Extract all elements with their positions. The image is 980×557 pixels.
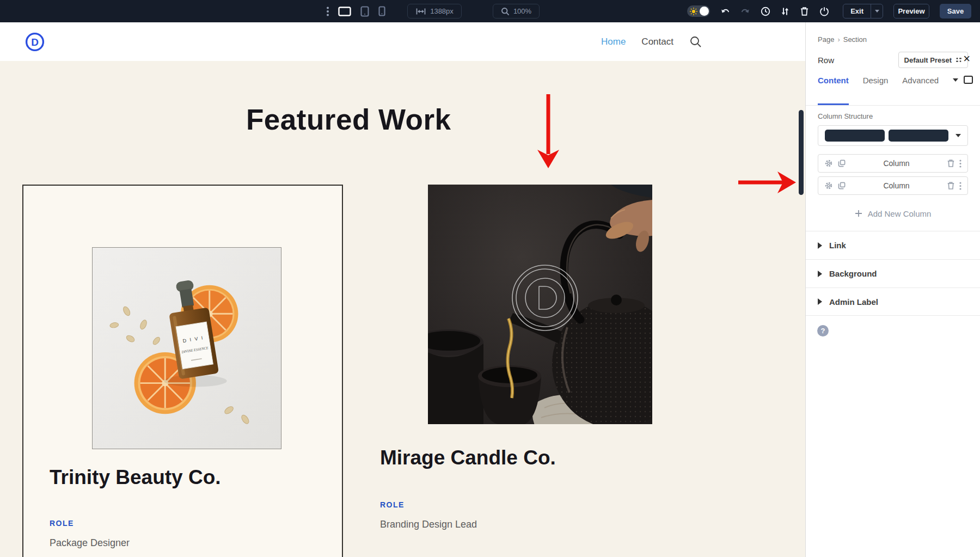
responsive-desktop-icon[interactable] (964, 76, 973, 84)
breadcrumb: Page › Section (818, 34, 968, 44)
column-delete-icon[interactable] (947, 159, 955, 168)
add-new-column-button[interactable]: Add New Column (818, 208, 968, 219)
desktop-view-icon[interactable] (338, 7, 351, 16)
site-search-icon[interactable] (689, 35, 702, 48)
breadcrumb-page[interactable]: Page (818, 35, 834, 44)
section-label: Link (829, 241, 846, 250)
breadcrumb-separator: › (837, 35, 840, 44)
column-pill-2 (889, 130, 948, 142)
panel-title: Row (818, 56, 834, 65)
width-drag-icon (415, 7, 426, 16)
column-row-1[interactable]: Column (818, 154, 968, 173)
role-label[interactable]: ROLE (50, 519, 74, 528)
tab-content[interactable]: Content (818, 76, 849, 85)
default-preset-button[interactable]: Default Preset (898, 52, 968, 68)
nav-link-contact[interactable]: Contact (641, 36, 673, 47)
add-new-column-label: Add New Column (868, 209, 932, 218)
column-settings-gear-icon[interactable] (824, 181, 833, 190)
section-admin-label[interactable]: Admin Label (806, 287, 980, 316)
section-link[interactable]: Link (806, 231, 980, 259)
zoom-magnifier-icon (501, 7, 510, 16)
project-title[interactable]: Mirage Candle Co. (380, 446, 556, 469)
canvas-width-value: 1388px (430, 7, 454, 15)
column-pill-1 (825, 130, 885, 142)
phone-view-icon[interactable] (378, 6, 385, 16)
column-duplicate-icon[interactable] (837, 159, 846, 168)
site-nav: Home Contact (601, 22, 702, 61)
preset-icon (955, 57, 962, 63)
column-more-dots-icon[interactable] (959, 182, 961, 190)
power-icon[interactable] (819, 7, 829, 16)
tab-advanced[interactable]: Advanced (902, 76, 939, 85)
toolbar-options-dots-icon[interactable] (327, 7, 329, 16)
svg-text:D: D (31, 36, 39, 48)
history-clock-icon[interactable] (761, 7, 770, 16)
builder-toolbar: 1388px 100% (0, 0, 980, 22)
section-label: Admin Label (829, 297, 878, 307)
column-row-label: Column (850, 159, 942, 168)
save-button[interactable]: Save (940, 4, 971, 19)
redo-icon[interactable] (740, 7, 750, 16)
role-value[interactable]: Branding Design Lead (380, 519, 477, 530)
section-background[interactable]: Background (806, 259, 980, 287)
settings-tabs: Content Design Advanced (806, 76, 980, 106)
role-label[interactable]: ROLE (380, 500, 405, 509)
sort-layers-icon[interactable] (781, 7, 789, 16)
undo-icon[interactable] (720, 7, 730, 16)
canvas-scrollbar[interactable] (799, 110, 804, 195)
trash-icon[interactable] (800, 7, 809, 16)
nav-link-home[interactable]: Home (601, 36, 626, 47)
column-settings-gear-icon[interactable] (824, 159, 833, 168)
role-value[interactable]: Package Designer (50, 537, 130, 549)
section-label: Background (829, 269, 877, 278)
tabs-dropdown-caret-icon[interactable] (953, 78, 958, 82)
exit-button-group: Exit (843, 4, 883, 19)
project-photo-teapot[interactable] (428, 185, 652, 424)
column-structure-label: Column Structure (818, 112, 968, 120)
expand-triangle-icon (818, 271, 822, 277)
preset-button-label: Default Preset (904, 56, 952, 64)
exit-button[interactable]: Exit (843, 4, 871, 18)
row-settings-panel: × Page › Section Row Default Preset Cont… (805, 22, 980, 557)
project-card-trinity[interactable]: D I V I DIVINE ESSENCE Trinity Beauty Co… (22, 185, 343, 557)
divi-builder-window: 1388px 100% (0, 0, 980, 557)
expand-triangle-icon (818, 242, 822, 249)
caret-down-icon (875, 10, 879, 13)
close-icon[interactable]: × (963, 54, 970, 64)
zoom-level-input[interactable]: 100% (493, 4, 540, 19)
column-delete-icon[interactable] (947, 181, 955, 190)
tea-bowl-left (428, 329, 483, 424)
annotation-arrow-down (536, 93, 560, 169)
theme-toggle[interactable] (687, 5, 710, 17)
hero-heading[interactable]: Featured Work (246, 103, 451, 136)
column-more-dots-icon[interactable] (959, 160, 961, 168)
builder-canvas: D Home Contact Featured Work (0, 22, 805, 557)
toggle-knob (700, 7, 709, 16)
tablet-view-icon[interactable] (360, 6, 369, 17)
help-icon[interactable]: ? (817, 325, 829, 336)
sun-icon (689, 7, 698, 16)
preview-button[interactable]: Preview (893, 4, 929, 19)
breadcrumb-section[interactable]: Section (843, 35, 867, 44)
site-header: D Home Contact (0, 22, 805, 61)
exit-dropdown-caret[interactable] (871, 4, 883, 18)
divi-logo[interactable]: D (24, 32, 45, 52)
plus-icon (855, 210, 862, 217)
column-duplicate-icon[interactable] (837, 181, 846, 190)
caret-down-icon (955, 134, 961, 137)
expand-triangle-icon (818, 298, 822, 305)
zoom-level-value: 100% (513, 7, 531, 15)
canvas-width-input[interactable]: 1388px (407, 4, 462, 19)
product-photo-serum-bottle[interactable]: D I V I DIVINE ESSENCE (92, 247, 281, 449)
annotation-arrow-right (737, 170, 798, 194)
column-row-2[interactable]: Column (818, 176, 968, 195)
tab-design[interactable]: Design (863, 76, 889, 85)
settings-sections: Link Background Admin Label (806, 231, 980, 316)
column-row-label: Column (850, 181, 942, 190)
column-structure-select[interactable] (818, 125, 968, 146)
project-title[interactable]: Trinity Beauty Co. (50, 466, 221, 489)
